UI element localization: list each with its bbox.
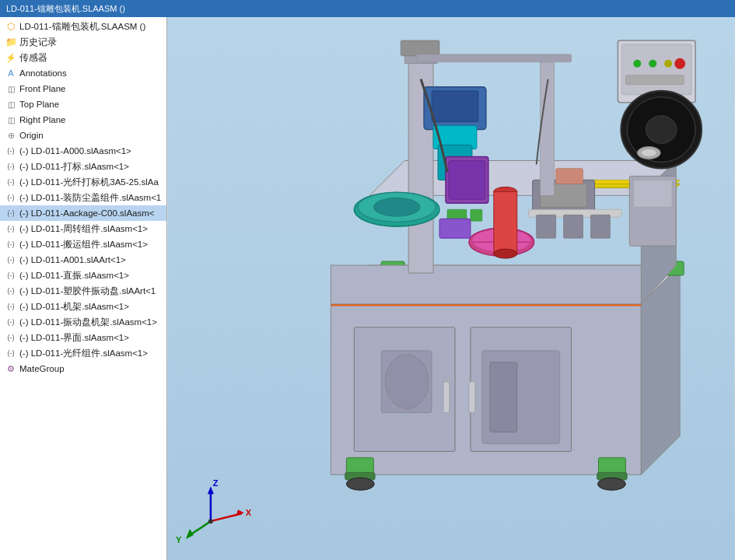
plane-icon: ◫ xyxy=(5,114,17,126)
sidebar-item-annotations[interactable]: AAnnotations xyxy=(0,65,166,81)
svg-point-55 xyxy=(641,149,656,157)
svg-rect-11 xyxy=(490,362,517,432)
component-icon: (-) xyxy=(5,347,17,359)
svg-text:X: X xyxy=(246,508,252,517)
component-icon: (-) xyxy=(5,285,17,297)
tree-item-label: (-) LD-011-直振.slAasm<1> xyxy=(19,270,129,282)
tree-item-label: (-) LD-011-光纤打标机3A5-25.slAa xyxy=(19,177,159,188)
sidebar-item-right-plane[interactable]: ◫Right Plane xyxy=(0,112,166,128)
mate-icon: ⚙ xyxy=(5,362,17,375)
feature-tree: ⬡LD-011-镭雕包装机.SLAASM ()📁历史记录⚡传感器AAnnotat… xyxy=(0,17,167,560)
tree-item-label: Annotations xyxy=(19,68,67,78)
sidebar-item-root[interactable]: ⬡LD-011-镭雕包装机.SLAASM () xyxy=(0,19,166,34)
svg-rect-27 xyxy=(401,40,439,56)
main-area: ⬡LD-011-镭雕包装机.SLAASM ()📁历史记录⚡传感器AAnnotat… xyxy=(0,17,735,560)
annotations-icon: A xyxy=(5,67,17,79)
tree-item-label: 传感器 xyxy=(19,52,47,64)
svg-rect-46 xyxy=(494,191,517,254)
sidebar-item-top-plane[interactable]: ◫Top Plane xyxy=(0,96,166,112)
sidebar-item-comp4[interactable]: (-)(-) LD-011-装防尘盖组件.slAasm<1 xyxy=(0,190,166,205)
origin-icon: ⊕ xyxy=(5,129,17,142)
svg-rect-9 xyxy=(469,382,475,413)
svg-rect-71 xyxy=(633,180,672,207)
svg-point-53 xyxy=(646,116,677,144)
svg-point-32 xyxy=(664,60,672,68)
component-icon: (-) xyxy=(5,316,17,328)
tree-item-label: Front Plane xyxy=(19,84,65,93)
sidebar-item-comp6[interactable]: (-)(-) LD-011-周转组件.slAasm<1> xyxy=(0,221,166,236)
tree-item-label: (-) LD-011-搬运组件.slAasm<1> xyxy=(19,239,148,250)
sidebar-item-comp3[interactable]: (-)(-) LD-011-光纤打标机3A5-25.slAa xyxy=(0,174,166,190)
sidebar-item-comp5[interactable]: (-)(-) LD-011-Aackage-C00.slAasm< xyxy=(0,205,166,221)
sidebar-item-comp8[interactable]: (-)(-) LD-011-A001.slAArt<1> xyxy=(0,252,166,268)
machine-svg: Z X Y xyxy=(167,17,735,560)
tree-item-label: Origin xyxy=(19,131,44,140)
tree-item-label: (-) LD-011-打标.slAasm<1> xyxy=(19,161,129,173)
tree-item-label: (-) LD-011-塑胶件振动盘.slAArt<1 xyxy=(19,285,156,297)
svg-point-50 xyxy=(373,198,420,216)
component-icon: (-) xyxy=(5,331,17,344)
tree-item-label: Top Plane xyxy=(19,100,59,109)
svg-rect-29 xyxy=(621,44,691,95)
svg-rect-61 xyxy=(537,215,556,238)
sidebar-item-comp14[interactable]: (-)(-) LD-011-光纤组件.slAasm<1> xyxy=(0,345,166,361)
sidebar-item-comp1[interactable]: (-)(-) LD-011-A000.slAasm<1> xyxy=(0,143,166,159)
component-icon: (-) xyxy=(5,145,17,157)
viewport-3d[interactable]: Z X Y xyxy=(167,17,735,560)
svg-rect-24 xyxy=(331,265,641,304)
sidebar-item-comp2[interactable]: (-)(-) LD-011-打标.slAasm<1> xyxy=(0,159,166,174)
tree-item-label: 历史记录 xyxy=(19,37,57,48)
svg-rect-69 xyxy=(416,54,571,62)
sidebar-item-comp7[interactable]: (-)(-) LD-011-搬运组件.slAasm<1> xyxy=(0,236,166,252)
sidebar-item-comp10[interactable]: (-)(-) LD-011-塑胶件振动盘.slAArt<1 xyxy=(0,283,166,299)
svg-rect-5 xyxy=(443,382,450,413)
svg-rect-36 xyxy=(432,91,478,122)
sidebar-item-comp12[interactable]: (-)(-) LD-011-振动盘机架.slAasm<1> xyxy=(0,314,166,330)
tree-item-label: MateGroup xyxy=(19,364,65,373)
svg-text:Z: Z xyxy=(213,478,219,488)
svg-point-18 xyxy=(346,478,374,490)
tree-item-label: (-) LD-011-光纤组件.slAasm<1> xyxy=(19,348,148,359)
sensor-icon: ⚡ xyxy=(5,51,17,64)
svg-rect-62 xyxy=(564,215,583,238)
component-icon: (-) xyxy=(5,269,17,282)
tree-item-label: (-) LD-011-A001.slAArt<1> xyxy=(19,255,126,264)
tree-item-label: (-) LD-011-装防尘盖组件.slAasm<1 xyxy=(19,192,161,204)
sidebar-item-origin[interactable]: ⊕Origin xyxy=(0,128,166,143)
tree-item-label: Right Plane xyxy=(19,115,65,124)
title-bar: LD-011-镭雕包装机.SLAASM () xyxy=(0,0,735,17)
component-icon: (-) xyxy=(5,207,17,219)
component-icon: (-) xyxy=(5,191,17,204)
component-icon: (-) xyxy=(5,238,17,250)
sidebar-item-comp9[interactable]: (-)(-) LD-011-直振.slAasm<1> xyxy=(0,268,166,283)
svg-text:Y: Y xyxy=(176,535,182,544)
svg-point-30 xyxy=(633,60,641,68)
sidebar-item-comp13[interactable]: (-)(-) LD-011-界面.slAasm<1> xyxy=(0,330,166,345)
svg-point-33 xyxy=(674,58,685,69)
component-icon: (-) xyxy=(5,300,17,313)
svg-rect-12 xyxy=(346,457,373,474)
tree-item-label: (-) LD-011-Aackage-C00.slAasm< xyxy=(19,208,155,218)
component-icon: (-) xyxy=(5,176,17,188)
svg-point-47 xyxy=(494,249,517,258)
sidebar-item-front-plane[interactable]: ◫Front Plane xyxy=(0,81,166,96)
svg-rect-40 xyxy=(449,160,485,199)
tree-item-label: (-) LD-011-界面.slAasm<1> xyxy=(19,332,129,344)
tree-item-label: (-) LD-011-机架.slAasm<1> xyxy=(19,301,129,313)
svg-point-7 xyxy=(385,355,429,409)
sidebar-item-history[interactable]: 📁历史记录 xyxy=(0,34,166,50)
svg-rect-14 xyxy=(598,457,625,474)
folder-icon: 📁 xyxy=(5,36,17,48)
title-text: LD-011-镭雕包装机.SLAASM () xyxy=(6,3,125,15)
sidebar-item-sensor[interactable]: ⚡传感器 xyxy=(0,50,166,65)
sidebar-item-mategroup[interactable]: ⚙MateGroup xyxy=(0,361,166,376)
sidebar-item-comp11[interactable]: (-)(-) LD-011-机架.slAasm<1> xyxy=(0,299,166,314)
svg-rect-67 xyxy=(556,168,583,184)
svg-point-81 xyxy=(208,519,213,523)
svg-rect-34 xyxy=(625,75,684,85)
tree-item-label: LD-011-镭雕包装机.SLAASM () xyxy=(19,21,145,33)
svg-rect-63 xyxy=(590,215,610,238)
tree-item-label: (-) LD-011-A000.slAasm<1> xyxy=(19,146,131,156)
tree-item-label: (-) LD-011-周转组件.slAasm<1> xyxy=(19,223,148,235)
component-icon: (-) xyxy=(5,254,17,266)
